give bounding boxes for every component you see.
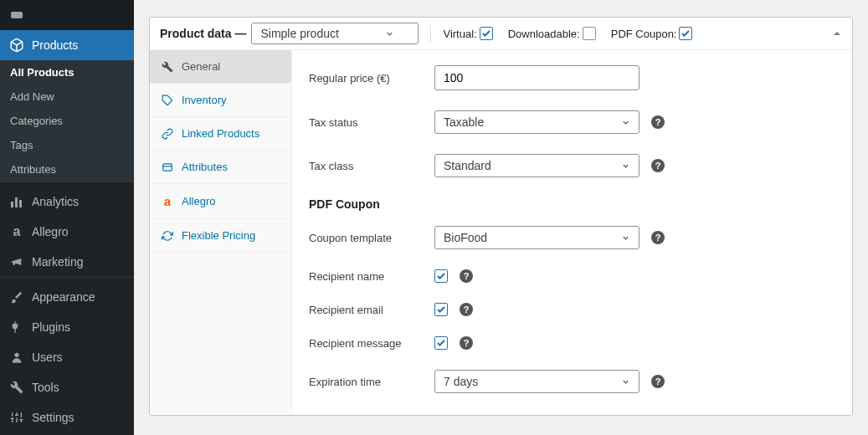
svg-point-5: [14, 353, 18, 357]
panel-body: General Inventory Linked Products Attrib…: [150, 50, 852, 415]
recipient-name-checkbox[interactable]: [434, 269, 448, 283]
product-data-tabs: General Inventory Linked Products Attrib…: [150, 50, 292, 415]
chevron-down-icon: [385, 29, 394, 38]
box-icon: [8, 37, 25, 54]
help-icon[interactable]: ?: [460, 303, 473, 316]
sidebar-label: Settings: [32, 411, 74, 424]
sidebar-sub-categories[interactable]: Categories: [0, 109, 134, 133]
chevron-down-icon: [621, 161, 630, 171]
tab-flexible-pricing[interactable]: Flexible Pricing: [150, 219, 291, 253]
help-icon[interactable]: ?: [651, 159, 665, 172]
tab-linked-products[interactable]: Linked Products: [150, 117, 291, 151]
pdf-coupon-checkbox[interactable]: [679, 27, 692, 40]
tab-attributes[interactable]: Attributes: [150, 151, 291, 184]
row-tax-status: Tax status Taxable ?: [309, 110, 835, 134]
product-type-value: Simple product: [260, 27, 338, 40]
tab-inventory[interactable]: Inventory: [150, 84, 291, 117]
virtual-checkbox[interactable]: [480, 27, 493, 40]
svg-marker-16: [834, 32, 840, 35]
svg-rect-2: [11, 202, 13, 207]
help-icon[interactable]: ?: [651, 231, 665, 244]
downloadable-label: Downloadable:: [508, 28, 580, 40]
sidebar-submenu: All Products Add New Categories Tags Att…: [0, 60, 134, 182]
sidebar-item-settings[interactable]: Settings: [0, 402, 134, 432]
tab-label: Linked Products: [182, 127, 259, 140]
sidebar-label: Plugins: [32, 320, 70, 334]
tag-icon: [160, 95, 175, 106]
row-expiration-time: Expiration time 7 days ?: [309, 370, 835, 393]
tab-general[interactable]: General: [150, 50, 291, 84]
sidebar-item-plugins[interactable]: Plugins: [0, 312, 134, 342]
sidebar-label: Analytics: [32, 195, 79, 208]
refresh-icon: [160, 230, 175, 242]
virtual-checkbox-wrap[interactable]: Virtual:: [443, 27, 492, 40]
svg-rect-0: [11, 12, 23, 18]
help-icon[interactable]: ?: [460, 269, 473, 283]
help-icon[interactable]: ?: [460, 336, 473, 350]
general-form: Regular price (€) Tax status Taxable ? T…: [292, 50, 852, 415]
megaphone-icon: [8, 253, 25, 270]
wrench-icon: [8, 379, 25, 396]
expiration-time-select[interactable]: 7 days: [434, 370, 639, 393]
sidebar-item-appearance[interactable]: Appearance: [0, 282, 134, 312]
sidebar-label: Allegro: [32, 225, 69, 238]
sidebar-item-woocommerce-top[interactable]: x: [0, 0, 134, 30]
tax-class-value: Standard: [444, 159, 491, 172]
sidebar-label: Tools: [32, 381, 59, 394]
coupon-template-value: BioFood: [444, 231, 487, 244]
sidebar-sub-all-products[interactable]: All Products: [0, 60, 134, 84]
tab-label: Allegro: [182, 195, 215, 207]
tax-class-select[interactable]: Standard: [434, 154, 639, 177]
sidebar-item-products[interactable]: Products: [0, 30, 134, 60]
sidebar-label: Products: [32, 38, 78, 52]
sidebar-item-marketing[interactable]: Marketing: [0, 247, 134, 277]
tab-label: General: [182, 60, 220, 73]
expiration-time-label: Expiration time: [309, 376, 434, 388]
sidebar-item-tools[interactable]: Tools: [0, 372, 134, 402]
tab-allegro[interactable]: a Allegro: [150, 184, 291, 219]
downloadable-checkbox[interactable]: [583, 27, 596, 40]
help-icon[interactable]: ?: [651, 375, 665, 388]
sidebar-item-analytics[interactable]: Analytics: [0, 187, 134, 217]
regular-price-label: Regular price (€): [309, 72, 434, 84]
regular-price-input[interactable]: [434, 65, 639, 90]
main-content: Product data — Simple product Virtual: D…: [134, 0, 868, 435]
sliders-icon: [8, 409, 25, 426]
woo-icon: [8, 7, 25, 23]
sidebar-item-users[interactable]: Users: [0, 342, 134, 372]
chevron-down-icon: [621, 377, 630, 386]
product-type-select[interactable]: Simple product: [251, 23, 419, 44]
collapse-icon[interactable]: [832, 28, 842, 38]
product-data-label: Product data —: [160, 27, 246, 40]
pdf-coupon-checkbox-wrap[interactable]: PDF Coupon:: [611, 27, 693, 40]
help-icon[interactable]: ?: [651, 115, 665, 129]
sidebar-sub-tags[interactable]: Tags: [0, 133, 134, 157]
link-icon: [160, 128, 175, 140]
tax-status-value: Taxable: [444, 115, 484, 129]
svg-rect-3: [15, 197, 18, 207]
virtual-label: Virtual:: [443, 28, 476, 40]
downloadable-checkbox-wrap[interactable]: Downloadable:: [508, 27, 596, 40]
sidebar-label: Marketing: [32, 255, 83, 269]
card-icon: [160, 161, 175, 173]
chevron-down-icon: [621, 233, 630, 243]
allegro-icon: a: [8, 223, 25, 240]
brush-icon: [8, 289, 25, 305]
sidebar-sub-attributes[interactable]: Attributes: [0, 157, 134, 182]
coupon-template-label: Coupon template: [309, 232, 434, 244]
recipient-email-checkbox[interactable]: [434, 303, 448, 316]
expiration-time-value: 7 days: [444, 375, 478, 388]
recipient-message-checkbox[interactable]: [434, 336, 448, 350]
divider: [430, 25, 431, 42]
pdf-coupon-label: PDF Coupon:: [611, 28, 677, 40]
row-coupon-template: Coupon template BioFood ?: [309, 226, 835, 249]
tab-label: Flexible Pricing: [182, 229, 255, 242]
wrench-icon: [160, 61, 175, 73]
chart-bar-icon: [8, 193, 25, 210]
coupon-template-select[interactable]: BioFood: [434, 226, 639, 249]
sidebar-sub-add-new[interactable]: Add New: [0, 84, 134, 109]
tab-label: Inventory: [182, 94, 226, 106]
sidebar-label: Users: [32, 351, 63, 364]
sidebar-item-allegro[interactable]: a Allegro: [0, 217, 134, 247]
tax-status-select[interactable]: Taxable: [434, 110, 639, 134]
